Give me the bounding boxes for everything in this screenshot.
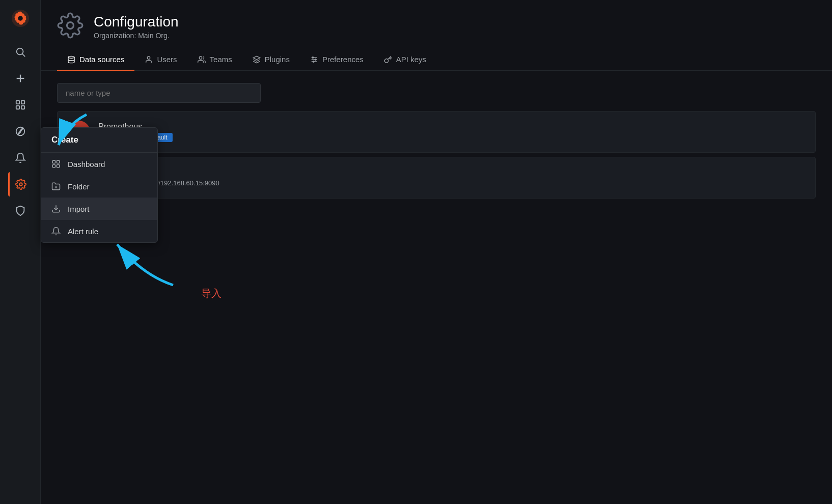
main-content: Configuration Organization: Main Org. Da… xyxy=(41,0,832,504)
dropdown-item-dashboard-label: Dashboard xyxy=(68,160,105,169)
datasource-item-prometheus[interactable]: Prometheus Prometheus | default xyxy=(57,111,816,153)
svg-point-16 xyxy=(148,57,150,59)
dropdown-item-folder-label: Folder xyxy=(68,182,90,191)
svg-point-17 xyxy=(199,57,202,59)
tab-users[interactable]: Users xyxy=(134,49,187,71)
tab-users-label: Users xyxy=(157,55,177,64)
svg-rect-25 xyxy=(57,160,60,163)
tab-teams-label: Teams xyxy=(210,55,232,64)
svg-point-23 xyxy=(313,61,314,62)
svg-line-3 xyxy=(22,54,25,57)
svg-rect-26 xyxy=(52,165,55,167)
sidebar-item-server-admin[interactable] xyxy=(8,199,33,223)
tab-preferences[interactable]: Preferences xyxy=(300,49,374,71)
tab-apikeys[interactable]: API keys xyxy=(374,49,436,71)
tab-plugins-label: Plugins xyxy=(265,55,290,64)
svg-point-2 xyxy=(16,48,23,55)
create-dropdown: Create Dashboard Folder I xyxy=(41,127,158,243)
plugins-icon xyxy=(253,55,261,64)
dropdown-item-import[interactable]: Import xyxy=(41,198,157,220)
svg-rect-27 xyxy=(57,165,60,167)
sidebar xyxy=(0,0,41,504)
sidebar-item-search[interactable] xyxy=(8,40,33,64)
datasource-list: Prometheus Prometheus | default Prometh xyxy=(57,111,816,199)
svg-point-1 xyxy=(18,16,23,21)
tab-datasources-label: Data sources xyxy=(79,55,124,64)
svg-rect-7 xyxy=(21,101,24,104)
sidebar-item-dashboards[interactable] xyxy=(8,93,33,117)
datasource-item-prometheus-1[interactable]: Prometheus-1 Prometheus | http://192.168… xyxy=(57,157,816,199)
dropdown-menu-create: Create Dashboard Folder I xyxy=(41,127,158,243)
sidebar-item-configuration[interactable] xyxy=(8,172,33,197)
svg-point-13 xyxy=(19,183,22,186)
page-title: Configuration xyxy=(94,13,179,31)
search-input[interactable] xyxy=(57,83,261,103)
svg-rect-24 xyxy=(52,160,55,163)
svg-point-21 xyxy=(312,57,314,58)
svg-point-14 xyxy=(67,22,74,29)
dropdown-item-folder[interactable]: Folder xyxy=(41,175,157,198)
tab-apikeys-label: API keys xyxy=(396,55,426,64)
page-subtitle: Organization: Main Org. xyxy=(94,32,179,40)
dropdown-item-import-label: Import xyxy=(68,205,90,213)
database-icon xyxy=(67,55,75,64)
folder-dropdown-icon xyxy=(51,182,61,191)
svg-point-15 xyxy=(68,56,74,58)
tab-content-datasources: Prometheus Prometheus | default Prometh xyxy=(41,71,832,215)
tab-teams[interactable]: Teams xyxy=(187,49,242,71)
dropdown-item-dashboard[interactable]: Dashboard xyxy=(41,153,157,175)
key-icon xyxy=(384,55,392,64)
sidebar-item-explore[interactable] xyxy=(8,119,33,144)
sidebar-logo[interactable] xyxy=(8,6,33,31)
svg-rect-6 xyxy=(16,101,19,104)
dropdown-item-alertrule[interactable]: Alert rule xyxy=(41,220,157,242)
tab-datasources[interactable]: Data sources xyxy=(57,49,134,71)
tabs-nav: Data sources Users Teams Plug xyxy=(41,49,832,71)
dropdown-title: Create xyxy=(41,128,157,153)
sidebar-item-create[interactable] xyxy=(8,66,33,91)
sliders-icon xyxy=(310,55,318,64)
dropdown-item-alertrule-label: Alert rule xyxy=(68,227,98,236)
dashboard-dropdown-icon xyxy=(51,159,61,169)
svg-marker-12 xyxy=(17,130,21,135)
tab-plugins[interactable]: Plugins xyxy=(242,49,300,71)
configuration-icon xyxy=(57,12,84,41)
bell-dropdown-icon xyxy=(51,227,61,236)
svg-rect-8 xyxy=(16,106,19,109)
import-dropdown-icon xyxy=(51,204,61,213)
tab-preferences-label: Preferences xyxy=(322,55,364,64)
teams-icon xyxy=(198,55,206,64)
page-header: Configuration Organization: Main Org. xyxy=(41,0,832,41)
page-title-group: Configuration Organization: Main Org. xyxy=(94,13,179,40)
user-icon xyxy=(145,55,153,64)
sidebar-item-alerting[interactable] xyxy=(8,146,33,170)
svg-point-22 xyxy=(315,59,316,60)
svg-rect-9 xyxy=(21,106,24,109)
